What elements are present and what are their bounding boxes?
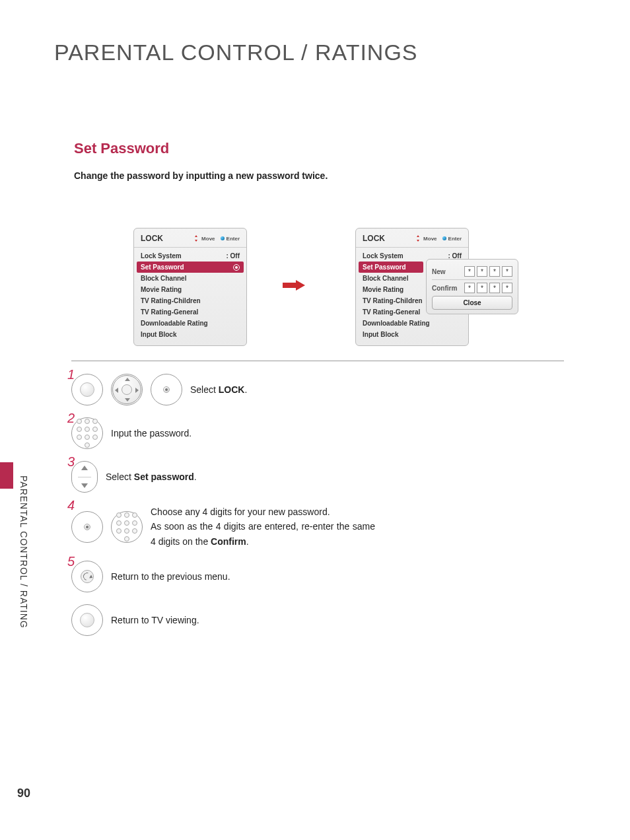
step-text: Input the password. <box>111 426 192 440</box>
menu-hints: Move Enter <box>193 235 240 242</box>
confirm-label: Confirm <box>432 285 457 292</box>
menu-item-label: Block Channel <box>141 275 186 282</box>
remote-number-pad <box>111 511 143 543</box>
menu-item-label: Movie Rating <box>363 286 403 293</box>
menu-item-tv-rating-general[interactable]: TV Rating-General <box>134 306 246 318</box>
menu-item-input-block[interactable]: Input Block <box>356 329 468 340</box>
hint-move-label: Move <box>423 236 437 242</box>
menu-item-label: Input Block <box>141 331 176 338</box>
step-number: 2 <box>67 411 75 426</box>
menu-hints: Move Enter <box>415 235 462 242</box>
lock-menu-initial: LOCK Move Enter Lock System : Off Set Pa… <box>133 228 247 346</box>
menu-item-label: Lock System <box>141 252 182 260</box>
menu-item-label: Block Channel <box>363 275 408 282</box>
menu-header: LOCK Move Enter <box>134 228 246 248</box>
password-digit[interactable]: * <box>502 266 512 277</box>
divider-line <box>71 361 564 361</box>
menu-item-label: TV Rating-Children <box>141 297 201 304</box>
menu-item-lock-system[interactable]: Lock System : Off <box>134 250 246 262</box>
new-label: New <box>432 268 446 275</box>
password-digit[interactable]: * <box>502 283 512 293</box>
arrow-right-icon <box>283 280 306 291</box>
menu-item-input-block[interactable]: Input Block <box>134 329 246 340</box>
menu-item-label: Downloadable Rating <box>141 320 208 327</box>
password-digit[interactable]: * <box>477 266 487 277</box>
text: . <box>244 384 247 395</box>
menu-item-set-password[interactable]: Set Password <box>137 262 244 273</box>
hint-enter-label: Enter <box>448 236 462 242</box>
menu-item-label: Lock System <box>363 252 403 260</box>
password-digit[interactable]: * <box>489 266 500 277</box>
button-icon <box>80 613 94 627</box>
close-button[interactable]: Close <box>432 296 512 310</box>
dpad-icon <box>112 375 141 404</box>
menu-title: LOCK <box>141 234 163 243</box>
menu-item-label: TV Rating-General <box>141 308 198 316</box>
menu-item-label: Set Password <box>363 263 406 271</box>
password-digit[interactable]: * <box>489 283 500 293</box>
page-title: PARENTAL CONTROL / RATINGS <box>54 40 418 65</box>
text-bold: Set password <box>134 472 194 482</box>
button-icon <box>80 382 94 397</box>
return-icon <box>81 570 94 583</box>
menu-item-label: Input Block <box>363 331 398 338</box>
text: As soon as the 4 digits are entered, re-… <box>151 521 375 546</box>
step-4: 4 Choose any 4 digits for your new passw… <box>71 505 494 549</box>
menu-item-downloadable-rating[interactable]: Downloadable Rating <box>134 318 246 329</box>
menu-item-label: Movie Rating <box>141 286 182 293</box>
selection-indicator-icon <box>233 264 240 271</box>
remote-number-pad <box>71 417 103 449</box>
hint-enter-label: Enter <box>227 236 240 242</box>
step-number: 4 <box>67 498 75 513</box>
password-digit[interactable]: * <box>464 266 475 277</box>
menu-item-set-password[interactable]: Set Password <box>359 262 423 273</box>
step-5: 5 Return to the previous menu. <box>71 561 494 592</box>
step-2: 2 Input the password. <box>71 417 494 449</box>
remote-menu-button <box>71 374 103 405</box>
section-title: Set Password <box>74 140 169 157</box>
step-1: 1 Select LOCK. <box>71 374 494 405</box>
popup-row-confirm: Confirm * * * * <box>432 283 512 293</box>
step-number: 1 <box>67 367 75 382</box>
chevron-up-icon <box>81 466 88 470</box>
step-6: Return to TV viewing. <box>71 604 494 636</box>
menu-header: LOCK Move Enter <box>356 228 468 248</box>
menu-item-block-channel[interactable]: Block Channel <box>134 273 246 284</box>
step-text: Return to the previous menu. <box>111 569 230 584</box>
side-section-label: PARENTAL CONTROL / RATING <box>18 475 29 629</box>
password-digit[interactable]: * <box>464 283 475 293</box>
step-text: Choose any 4 digits for your new passwor… <box>151 505 375 549</box>
password-digit[interactable]: * <box>477 283 487 293</box>
step-number: 5 <box>67 554 75 569</box>
menu-item-label: TV Rating-General <box>363 308 420 316</box>
menu-title: LOCK <box>363 234 385 243</box>
popup-row-new: New * * * * <box>432 266 512 277</box>
menu-item-label: Set Password <box>141 263 184 271</box>
menu-item-downloadable-rating[interactable]: Downloadable Rating <box>356 318 468 329</box>
menu-item-label: Downloadable Rating <box>363 320 430 327</box>
enter-dot-icon <box>163 386 170 393</box>
menu-item-label: TV Rating-Children <box>363 297 423 304</box>
step-text: Select Set password. <box>106 470 197 484</box>
remote-return-button <box>71 561 103 592</box>
confirm-password-fields[interactable]: * * * * <box>464 283 512 293</box>
enter-dot-icon <box>84 524 90 530</box>
text: . <box>246 536 249 547</box>
remote-dpad-button <box>111 374 143 405</box>
remote-exit-button <box>71 604 103 636</box>
new-password-fields[interactable]: * * * * <box>464 266 512 277</box>
move-icon <box>415 235 421 242</box>
page-number: 90 <box>17 787 30 800</box>
remote-updown-button <box>71 461 98 493</box>
step-number: 3 <box>67 454 75 470</box>
remote-enter-button <box>151 374 182 405</box>
menu-item-movie-rating[interactable]: Movie Rating <box>134 284 246 295</box>
move-icon <box>193 235 199 242</box>
divider <box>432 279 512 280</box>
chevron-down-icon <box>81 483 88 488</box>
text-bold: LOCK <box>219 384 245 395</box>
hint-move-label: Move <box>201 236 215 242</box>
set-password-popup: New * * * * Confirm * * * * Close <box>426 259 518 314</box>
text-bold: Confirm <box>211 536 246 547</box>
menu-item-tv-rating-children[interactable]: TV Rating-Children <box>134 295 246 306</box>
